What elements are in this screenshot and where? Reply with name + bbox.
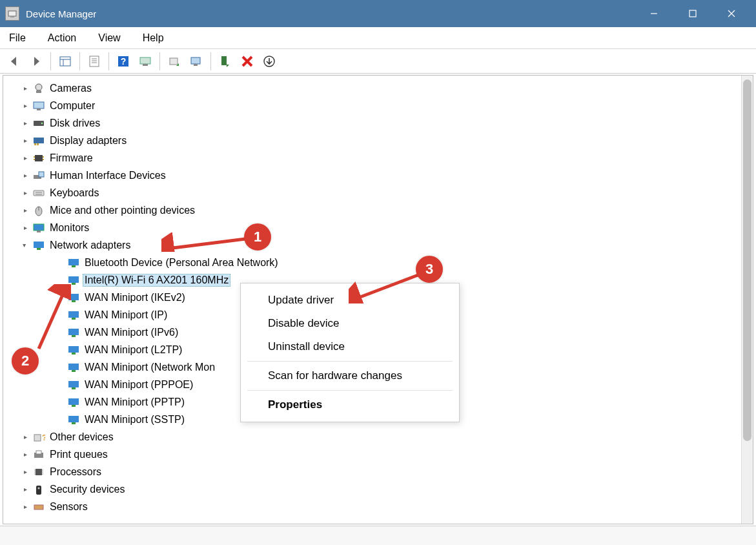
tree-node-other-devices[interactable]: ▸?Other devices: [3, 428, 741, 446]
svg-rect-71: [36, 469, 42, 475]
scrollbar[interactable]: [741, 76, 753, 524]
svg-rect-60: [72, 370, 76, 372]
keyboard-icon: [32, 187, 46, 200]
scan-hardware-button[interactable]: [135, 52, 156, 71]
uninstall-button[interactable]: [186, 52, 207, 71]
svg-rect-9: [90, 56, 99, 67]
svg-rect-33: [34, 159, 35, 160]
tree-node-disk-drives[interactable]: ▸Disk drives: [3, 114, 741, 132]
svg-rect-18: [191, 57, 200, 64]
back-button[interactable]: [4, 52, 25, 71]
tree-node-processors[interactable]: ▸Processors: [3, 463, 741, 480]
tree-node-security-devices[interactable]: ▸Security devices: [3, 480, 741, 498]
expander-icon[interactable]: ▸: [20, 83, 30, 94]
expander-icon[interactable]: ▸: [20, 153, 30, 163]
menu-view[interactable]: View: [94, 30, 124, 46]
svg-rect-15: [140, 57, 150, 64]
disk-icon: [32, 117, 46, 130]
window-title: Device Manager: [26, 8, 635, 19]
tree-node-cameras[interactable]: ▸Cameras: [3, 79, 741, 97]
svg-rect-19: [194, 64, 198, 66]
tree-node-display-adapters[interactable]: ▸Display adapters: [3, 132, 741, 149]
expander-icon[interactable]: ▸: [20, 101, 30, 111]
svg-rect-53: [68, 311, 79, 318]
network-adapter-icon: [66, 413, 81, 426]
minimize-button[interactable]: [635, 0, 673, 27]
ctx-properties[interactable]: Properties: [241, 393, 459, 416]
svg-rect-28: [34, 138, 44, 143]
help-button[interactable]: ?: [113, 52, 134, 71]
menubar: File Action View Help: [0, 27, 756, 49]
disable-button[interactable]: [237, 52, 258, 71]
update-driver-button[interactable]: [164, 52, 185, 71]
svg-rect-47: [68, 259, 79, 265]
statusbar: [0, 526, 756, 545]
svg-rect-62: [72, 387, 76, 389]
svg-rect-52: [72, 300, 76, 302]
tree-node-keyboards[interactable]: ▸Keyboards: [3, 184, 741, 201]
ctx-scan-hardware[interactable]: Scan for hardware changes: [241, 364, 459, 387]
svg-rect-0: [8, 11, 16, 16]
svg-rect-20: [221, 56, 227, 65]
tree-node-network-adapters[interactable]: ▸Network adapters: [3, 236, 741, 254]
maximize-button[interactable]: [673, 0, 712, 27]
expander-icon[interactable]: ▸: [20, 432, 30, 442]
expander-icon[interactable]: ▸: [20, 502, 30, 512]
show-hide-tree-button[interactable]: [55, 52, 76, 71]
tree-node-sensors[interactable]: ▸Sensors: [3, 498, 741, 515]
scroll-thumb[interactable]: [743, 79, 751, 441]
expander-icon[interactable]: ▸: [20, 449, 30, 460]
expander-icon[interactable]: ▸: [20, 223, 30, 233]
menu-file[interactable]: File: [5, 30, 30, 46]
svg-rect-56: [72, 335, 76, 337]
network-adapter-icon: [66, 326, 81, 339]
tree-node-firmware[interactable]: ▸Firmware: [3, 149, 741, 167]
expander-icon[interactable]: ▸: [20, 170, 30, 181]
svg-rect-24: [34, 102, 44, 108]
processor-icon: [32, 466, 46, 478]
svg-rect-35: [43, 159, 44, 160]
expander-icon[interactable]: ▸: [20, 136, 30, 146]
expander-icon[interactable]: ▸: [20, 118, 30, 129]
svg-rect-58: [72, 353, 76, 355]
svg-rect-48: [72, 265, 76, 267]
sensor-icon: [32, 500, 46, 513]
tree-node-computer[interactable]: ▸Computer: [3, 97, 741, 114]
ctx-update-driver[interactable]: Update driver: [241, 289, 459, 312]
menu-help[interactable]: Help: [139, 30, 168, 46]
expander-icon[interactable]: ▸: [20, 467, 30, 477]
other-devices-icon: ?: [32, 431, 46, 444]
expander-icon[interactable]: ▸: [20, 205, 30, 216]
ctx-separator: [247, 390, 453, 391]
svg-rect-6: [60, 57, 70, 66]
expander-icon[interactable]: ▸: [20, 484, 30, 495]
svg-rect-37: [39, 172, 44, 177]
tree-node-monitors[interactable]: ▸Monitors: [3, 219, 741, 236]
ctx-uninstall-device[interactable]: Uninstall device: [241, 335, 459, 358]
context-menu: Update driver Disable device Uninstall d…: [240, 283, 460, 422]
close-button[interactable]: [712, 0, 751, 27]
svg-rect-46: [37, 248, 41, 250]
tree-node-mice[interactable]: ▸Mice and other pointing devices: [3, 201, 741, 219]
svg-rect-25: [37, 108, 41, 110]
tree-node-hid[interactable]: ▸Human Interface Devices: [3, 167, 741, 184]
tree-node-bluetooth-pan[interactable]: Bluetooth Device (Personal Area Network): [3, 254, 741, 271]
svg-text:?: ?: [42, 433, 45, 442]
svg-rect-38: [34, 190, 44, 196]
svg-rect-55: [68, 329, 79, 335]
security-icon: [32, 483, 46, 496]
enable-button[interactable]: [215, 52, 236, 71]
down-arrow-button[interactable]: [259, 52, 280, 71]
svg-rect-63: [68, 398, 79, 405]
forward-button[interactable]: [26, 52, 46, 71]
expander-icon[interactable]: ▸: [20, 188, 30, 198]
svg-rect-78: [36, 486, 41, 495]
properties-button[interactable]: [84, 52, 105, 71]
menu-action[interactable]: Action: [44, 30, 80, 46]
svg-rect-54: [72, 318, 76, 320]
tree-node-print-queues[interactable]: ▸Print queues: [3, 446, 741, 463]
svg-point-79: [38, 487, 40, 489]
expander-icon[interactable]: ▸: [20, 240, 30, 251]
ctx-disable-device[interactable]: Disable device: [241, 312, 459, 335]
svg-rect-43: [34, 224, 44, 231]
